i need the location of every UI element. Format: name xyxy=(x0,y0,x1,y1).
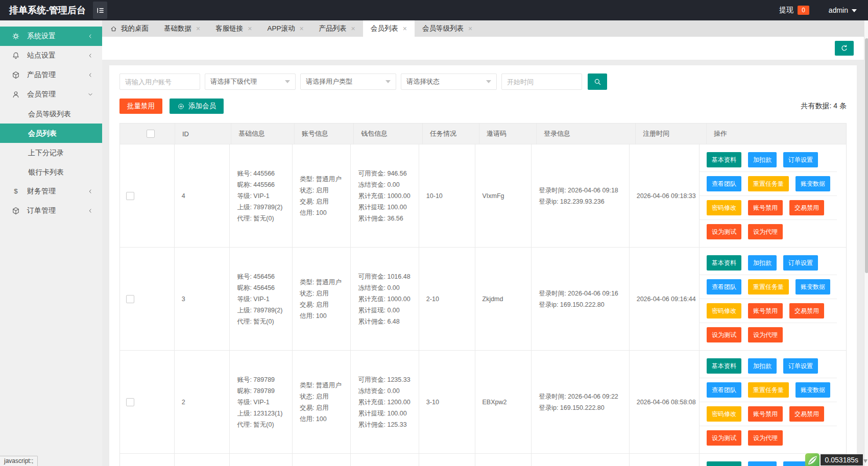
wallet-info-line: 累计充值: 1000.00 xyxy=(358,293,418,305)
action-view-team-button[interactable]: 查看团队 xyxy=(707,279,741,295)
select-all-checkbox[interactable] xyxy=(147,130,155,138)
sidebar-item-finance-management[interactable]: $ 财务管理 xyxy=(0,182,102,201)
action-basic-info-button[interactable]: 基本资料 xyxy=(707,255,741,271)
sidebar-item-order-management[interactable]: 订单管理 xyxy=(0,201,102,220)
sidebar-item-system-settings[interactable]: 系统设置 xyxy=(0,27,102,46)
add-member-label: 添加会员 xyxy=(188,99,216,114)
action-basic-info-button[interactable]: 基本资料 xyxy=(707,152,741,167)
tab-service-links[interactable]: 客服链接 × xyxy=(208,20,259,37)
action-order-settings-button[interactable]: 订单设置 xyxy=(783,358,818,374)
action-set-agent-button[interactable]: 设为代理 xyxy=(748,430,783,446)
action-add-deduct-button[interactable]: 加扣款 xyxy=(748,358,777,374)
sidebar-subitem-bank-cards[interactable]: 银行卡列表 xyxy=(0,162,102,182)
close-icon[interactable]: × xyxy=(299,25,303,32)
user-type-select[interactable]: 请选择用户类型 xyxy=(300,73,396,90)
task-status: 3-10 xyxy=(426,397,475,408)
scrollbar-track xyxy=(864,20,868,466)
action-disable-account-button[interactable]: 账号禁用 xyxy=(748,406,783,422)
action-add-deduct-button[interactable]: 加扣款 xyxy=(748,152,777,167)
cell-task-status: 2-10 xyxy=(419,248,475,350)
wallet-info-line: 累计佣金: 125.33 xyxy=(358,419,418,430)
tab-basic-data[interactable]: 基础数据 × xyxy=(156,20,208,37)
cell-invite-code: Zkjdmd xyxy=(475,248,532,350)
action-change-password-button[interactable]: 密码修改 xyxy=(707,406,741,422)
action-reset-tasks-button[interactable]: 重置任务量 xyxy=(748,176,789,191)
hamburger-icon xyxy=(95,6,105,15)
tab-app-scroll[interactable]: APP滚动 × xyxy=(259,20,311,37)
action-change-password-button[interactable]: 密码修改 xyxy=(707,200,741,215)
action-add-deduct-button[interactable]: 加扣款 xyxy=(748,461,777,466)
sidebar-subitem-member-list[interactable]: 会员列表 xyxy=(0,124,102,143)
close-icon[interactable]: × xyxy=(468,25,472,32)
close-icon[interactable]: × xyxy=(403,25,407,32)
search-button[interactable] xyxy=(588,73,607,90)
close-icon[interactable]: × xyxy=(248,25,252,32)
action-reset-tasks-button[interactable]: 重置任务量 xyxy=(748,382,789,398)
action-set-test-button[interactable]: 设为测试 xyxy=(707,430,741,446)
action-disable-trading-button[interactable]: 交易禁用 xyxy=(789,406,824,422)
action-add-deduct-button[interactable]: 加扣款 xyxy=(748,255,777,271)
sidebar-item-label: 财务管理 xyxy=(27,187,56,196)
header-checkbox-cell xyxy=(120,124,175,144)
action-view-team-button[interactable]: 查看团队 xyxy=(707,176,741,191)
withdraw-count-badge: 0 xyxy=(798,6,809,15)
row-checkbox[interactable] xyxy=(126,398,134,406)
action-basic-info-button[interactable]: 基本资料 xyxy=(707,358,741,374)
tab-product-list[interactable]: 产品列表 × xyxy=(311,20,363,37)
action-reset-tasks-button[interactable]: 重置任务量 xyxy=(748,279,789,295)
sidebar-subitem-points-records[interactable]: 上下分记录 xyxy=(0,143,102,162)
cell-account-info xyxy=(293,454,351,466)
performance-badge: 0.053185s xyxy=(804,453,863,466)
action-disable-trading-button[interactable]: 交易禁用 xyxy=(789,200,824,215)
tab-label: APP滚动 xyxy=(267,24,295,33)
action-account-changes-button[interactable]: 账变数据 xyxy=(795,382,830,398)
action-account-changes-button[interactable]: 账变数据 xyxy=(795,279,830,295)
cell-task-status: 10-10 xyxy=(419,144,475,247)
cell-invite-code: VIxmFg xyxy=(475,144,532,247)
close-icon[interactable]: × xyxy=(351,25,355,32)
action-set-test-button[interactable]: 设为测试 xyxy=(707,327,741,342)
action-set-agent-button[interactable]: 设为代理 xyxy=(748,224,783,239)
action-set-agent-button[interactable]: 设为代理 xyxy=(748,327,783,342)
sidebar-toggle-button[interactable] xyxy=(93,2,107,19)
plus-circle-icon xyxy=(177,103,185,110)
sidebar-item-product-management[interactable]: 产品管理 xyxy=(0,65,102,85)
cell-login-info: 登录时间: 2026-04-06 09:16 登录ip: 169.150.222… xyxy=(532,248,630,350)
agent-select-value: 请选择下级代理 xyxy=(210,77,257,86)
action-order-settings-button[interactable]: 订单设置 xyxy=(783,152,818,167)
tab-member-list[interactable]: 会员列表 × xyxy=(363,20,415,37)
refresh-button[interactable] xyxy=(835,41,854,56)
start-time-input[interactable] xyxy=(501,73,582,90)
sidebar-subitem-member-levels[interactable]: 会员等级列表 xyxy=(0,104,102,124)
action-button-line: 基本资料 加扣款 订单设置 xyxy=(700,354,837,378)
action-change-password-button[interactable]: 密码修改 xyxy=(707,303,741,318)
close-icon[interactable]: × xyxy=(196,25,200,32)
tab-member-levels[interactable]: 会员等级列表 × xyxy=(415,20,480,37)
base-info-line: 昵称: 445566 xyxy=(237,179,292,190)
add-member-button[interactable]: 添加会员 xyxy=(170,99,224,114)
action-order-settings-button[interactable]: 订单设置 xyxy=(783,255,818,271)
action-set-test-button[interactable]: 设为测试 xyxy=(707,224,741,239)
agent-select[interactable]: 请选择下级代理 xyxy=(205,73,296,90)
tab-my-desktop[interactable]: 我的桌面 xyxy=(102,20,156,37)
withdraw-link[interactable]: 提现 0 xyxy=(779,6,809,15)
action-button-line: 设为测试 设为代理 xyxy=(700,323,837,347)
row-checkbox[interactable] xyxy=(126,295,134,303)
batch-disable-button[interactable]: 批量禁用 xyxy=(119,99,162,114)
account-search-input[interactable] xyxy=(119,73,200,90)
topbar-right: 提现 0 admin xyxy=(779,6,868,15)
status-select[interactable]: 请选择状态 xyxy=(401,73,497,90)
scrollbar-thumb[interactable] xyxy=(865,38,868,273)
sidebar-item-site-settings[interactable]: 站点设置 xyxy=(0,46,102,65)
row-checkbox[interactable] xyxy=(126,192,134,200)
sidebar-item-label: 会员管理 xyxy=(27,90,56,99)
action-view-team-button[interactable]: 查看团队 xyxy=(707,382,741,398)
action-disable-account-button[interactable]: 账号禁用 xyxy=(748,303,783,318)
user-menu[interactable]: admin xyxy=(829,6,857,14)
sidebar-item-member-management[interactable]: 会员管理 xyxy=(0,85,102,104)
action-account-changes-button[interactable]: 账变数据 xyxy=(795,176,830,191)
action-disable-account-button[interactable]: 账号禁用 xyxy=(748,200,783,215)
action-basic-info-button[interactable]: 基本资料 xyxy=(707,461,741,466)
action-disable-trading-button[interactable]: 交易禁用 xyxy=(789,303,824,318)
cell-register-time: 2026-04-06 08:58:08 xyxy=(630,351,700,453)
